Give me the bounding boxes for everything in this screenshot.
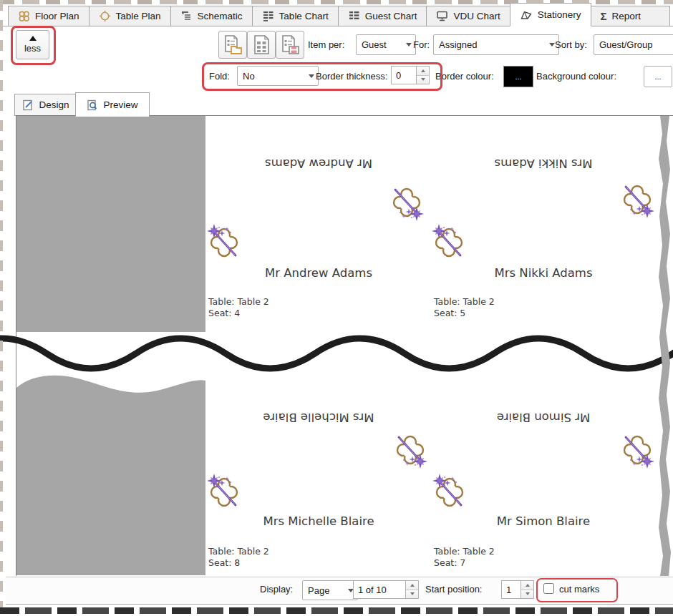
place-card-name: Mr Andrew Adams (247, 266, 390, 280)
wand-flower-ornament (393, 434, 427, 469)
tab-label: Table Chart (279, 11, 329, 21)
less-label: less (24, 43, 41, 54)
background-colour-button[interactable]: ... (644, 66, 672, 87)
spin-up-button[interactable] (417, 67, 429, 75)
border-thickness-value[interactable]: 0 (391, 66, 417, 84)
wand-flower-ornament (620, 184, 654, 218)
place-card-name-flipped: Mrs Michelle Blaire (247, 411, 390, 424)
table-plan-icon (99, 10, 111, 22)
spin-down-button[interactable] (417, 75, 429, 84)
tab-label: Stationery (538, 9, 581, 20)
place-card-seat: Seat: 5 (434, 308, 465, 318)
tab-vdu-chart[interactable]: VDU Chart (426, 6, 510, 26)
spin-down-button[interactable] (521, 590, 533, 599)
start-position-label: Start position: (425, 584, 483, 595)
sort-by-dropdown[interactable]: Guest/Group (594, 34, 673, 55)
spinner-buttons[interactable] (417, 66, 430, 84)
dropdown-arrow-icon (406, 43, 412, 47)
open-design-button[interactable] (218, 31, 247, 59)
place-card-name: Mr Simon Blaire (472, 514, 615, 528)
place-card-name-flipped: Mrs Nikki Adams (472, 157, 615, 170)
display-label: Display: (260, 584, 293, 595)
preview-label: Preview (103, 99, 137, 110)
spin-down-icon (421, 78, 425, 81)
tab-label: Table Plan (116, 11, 161, 21)
spin-up-icon (410, 584, 415, 587)
less-button[interactable]: less (16, 30, 49, 59)
place-card-name-flipped: Mr Simon Blaire (472, 411, 615, 424)
save-design-icon (281, 34, 300, 55)
torn-edge-bottom (0, 607, 673, 614)
tab-table-plan[interactable]: Table Plan (89, 6, 171, 26)
wand-flower-ornament (432, 474, 467, 508)
item-per-label: Item per: (308, 39, 344, 50)
save-design-button[interactable] (276, 31, 304, 59)
guest-chart-icon (348, 10, 360, 22)
spin-up-button[interactable] (406, 581, 418, 590)
spin-down-button[interactable] (406, 590, 418, 599)
border-thickness-spinner[interactable]: 0 (391, 66, 430, 84)
page-number-value[interactable]: 1 of 10 (353, 580, 406, 599)
tab-stationery[interactable]: Stationery (510, 3, 591, 26)
place-card-table: Table: Table 2 (434, 296, 495, 307)
border-thickness-label: Border thickness: (316, 71, 387, 82)
place-card-seat: Seat: 4 (208, 308, 240, 318)
display-dropdown[interactable]: Page (302, 580, 358, 600)
dropdown-arrow-icon (309, 74, 314, 78)
border-colour-button[interactable]: ... (503, 66, 533, 87)
wand-flower-ornament (389, 187, 424, 221)
pages-icon (252, 34, 271, 55)
place-card-name: Mrs Nikki Adams (472, 266, 615, 280)
wand-flower-ornament (207, 224, 241, 258)
place-card-name-flipped: Mr Andrew Adams (247, 157, 390, 170)
start-position-spinner[interactable]: 1 (501, 580, 534, 599)
background-colour-dots: ... (654, 72, 661, 81)
tab-guest-chart[interactable]: Guest Chart (338, 6, 427, 26)
cut-marks-checkbox[interactable] (543, 583, 554, 594)
spin-down-icon (410, 592, 415, 595)
page-margin-area (16, 116, 205, 332)
design-label: Design (39, 99, 69, 110)
place-card-name: Mrs Michelle Blaire (247, 514, 390, 528)
vdu-chart-icon (436, 10, 448, 22)
display-value: Page (308, 585, 329, 596)
tab-label: VDU Chart (453, 11, 500, 21)
place-card-table: Table: Table 2 (434, 546, 495, 557)
spin-up-icon (421, 69, 425, 72)
tab-report[interactable]: Σ Report (591, 6, 671, 26)
spin-up-icon (526, 584, 530, 587)
place-card-seat: Seat: 7 (434, 557, 465, 568)
sort-by-value: Guest/Group (599, 39, 652, 50)
item-per-value: Guest (362, 39, 387, 50)
fold-dropdown[interactable]: No (237, 66, 319, 86)
spin-up-button[interactable] (521, 581, 533, 590)
wand-flower-ornament (432, 224, 466, 258)
tab-floor-plan[interactable]: Floor Plan (8, 6, 89, 26)
page-number-spinner[interactable]: 1 of 10 (353, 580, 419, 599)
item-per-dropdown[interactable]: Guest (356, 34, 416, 55)
spinner-buttons[interactable] (406, 580, 419, 599)
fold-value: No (243, 71, 255, 82)
place-card-table: Table: Table 2 (208, 296, 269, 307)
for-label: For: (413, 39, 430, 50)
for-dropdown[interactable]: Assigned (433, 34, 559, 55)
tab-table-chart[interactable]: Table Chart (252, 6, 339, 26)
duplicate-pages-button[interactable] (247, 31, 276, 59)
tab-design[interactable]: Design (14, 94, 77, 116)
torn-page-right-edge (657, 116, 673, 576)
spinner-buttons[interactable] (521, 580, 534, 599)
page-margin-wave-top (16, 369, 205, 393)
tab-preview[interactable]: Preview (75, 92, 150, 117)
floor-plan-icon (18, 10, 30, 22)
tab-label: Report (612, 11, 641, 21)
tab-label: Guest Chart (365, 11, 417, 21)
fold-label: Fold: (209, 71, 230, 82)
start-position-value[interactable]: 1 (501, 580, 521, 599)
preview-icon (87, 99, 98, 111)
background-colour-label: Background colour: (536, 71, 616, 82)
tab-schematic[interactable]: Schematic (170, 6, 253, 26)
torn-edge-left (0, 0, 3, 616)
wand-flower-ornament (620, 434, 654, 469)
spin-down-icon (526, 592, 530, 595)
report-sigma-icon: Σ (601, 10, 607, 22)
